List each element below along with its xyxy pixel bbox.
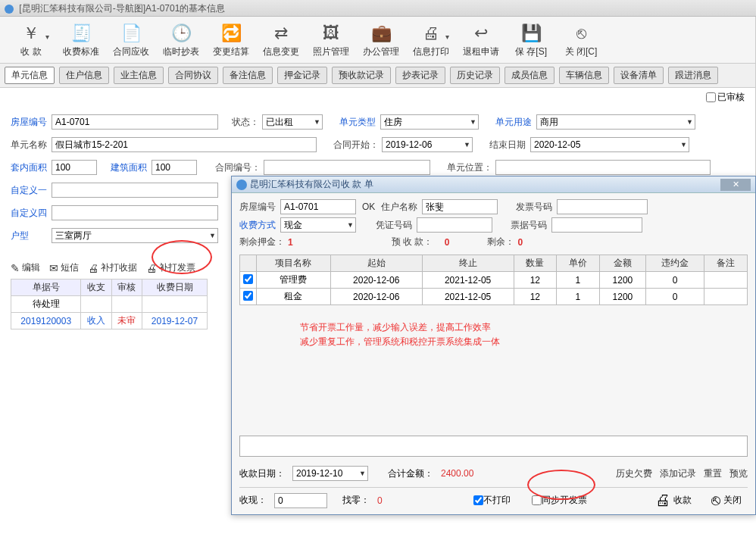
chevron-down-icon: ▼ (680, 141, 687, 148)
th-start[interactable]: 起始 (330, 255, 422, 272)
row-checkbox[interactable] (243, 291, 253, 301)
d-voucher-input[interactable] (417, 217, 492, 233)
table-row[interactable]: 2019120003 收入 未审 2019-12-07 (11, 313, 208, 329)
edit-button[interactable]: ✎编辑 (11, 261, 40, 274)
th-qty[interactable]: 数量 (514, 255, 557, 272)
preview-link[interactable]: 预览 (729, 467, 748, 480)
d-pay-method-combo[interactable]: 现金▼ (280, 217, 356, 233)
contract-no-input[interactable] (264, 160, 430, 175)
dialog-close-button[interactable]: ✕ (720, 179, 751, 191)
audited-checkbox[interactable] (706, 92, 716, 102)
chevron-down-icon: ▼ (347, 221, 354, 229)
collect-button[interactable]: 🖨收款 (649, 490, 698, 511)
audited-row: 已审核 (0, 88, 756, 105)
tb-info-change[interactable]: ⇄信息变更 (256, 21, 306, 60)
dialog-title: 昆明汇笨科技有限公司收 款 单 (250, 178, 373, 191)
cust1-input[interactable] (52, 183, 218, 198)
tb-collect[interactable]: ￥▾收 款 (6, 21, 56, 60)
sync-invoice-checkbox[interactable] (532, 495, 542, 505)
d-house-no-input[interactable] (280, 199, 356, 214)
house-no-input[interactable] (52, 114, 218, 130)
d-resident-input[interactable] (422, 199, 498, 214)
contract-start-lbl: 合同开始： (333, 139, 382, 151)
rec-date-lbl: 收款日期： (239, 467, 285, 480)
tb-save[interactable]: 💾保 存[S] (506, 21, 556, 60)
tb-temp-meter[interactable]: 🕒临时抄表 (156, 21, 206, 60)
tab-resident[interactable]: 住户信息 (59, 67, 109, 84)
hist-debt-link[interactable]: 历史欠费 (616, 467, 652, 480)
tab-meter[interactable]: 抄表记录 (395, 67, 445, 84)
no-print-checkbox[interactable] (473, 495, 483, 505)
th-io[interactable]: 收支 (81, 279, 111, 296)
hx-combo[interactable]: 三室两厅▼ (52, 228, 218, 243)
change-settle-icon: 🔁 (220, 23, 242, 44)
hx-lbl: 户型 (11, 230, 52, 242)
table-row[interactable]: 管理费 2020-12-06 2021-12-05 12 1 1200 0 (240, 272, 748, 289)
th-date[interactable]: 收费日期 (142, 279, 208, 296)
tb-fee-std[interactable]: 🧾收费标准 (56, 21, 106, 60)
remark-area[interactable] (239, 436, 748, 457)
unit-type-combo[interactable]: 住房▼ (380, 114, 479, 130)
tab-member[interactable]: 成员信息 (505, 67, 555, 84)
th-check[interactable] (240, 255, 257, 272)
d-ticket-input[interactable] (551, 217, 642, 233)
reprint-receipt-button[interactable]: 🖨补打收据 (88, 261, 137, 274)
dialog-body: 房屋编号 OK 住户名称 发票号码 收费方式 现金▼ 凭证号码 票据号码 剩余押… (232, 193, 755, 514)
d-house-no-lbl: 房屋编号 (239, 201, 280, 214)
unit-pos-input[interactable] (495, 160, 711, 175)
th-amt[interactable]: 金额 (599, 255, 645, 272)
collect-dialog: 昆明汇笨科技有限公司收 款 单 ✕ 房屋编号 OK 住户名称 发票号码 收费方式… (231, 176, 756, 515)
rec-date-combo[interactable]: 2019-12-10▼ (292, 466, 368, 481)
row-checkbox[interactable] (243, 274, 253, 284)
tab-contract[interactable]: 合同协议 (168, 67, 218, 84)
pay-row: 收现： 找零： 0 不打印 同步开发票 🖨收款 ⎋关闭 (239, 487, 748, 508)
state-combo[interactable]: 已出租▼ (262, 114, 323, 130)
tab-equip[interactable]: 设备清单 (614, 67, 664, 84)
sms-button[interactable]: ✉短信 (49, 261, 79, 274)
th-item[interactable]: 项目名称 (257, 255, 331, 272)
build-area-input[interactable] (152, 160, 197, 175)
th-price[interactable]: 单价 (557, 255, 600, 272)
reprint-invoice-button[interactable]: 🖨补打发票 (146, 261, 195, 274)
th-doc-no[interactable]: 单据号 (11, 279, 81, 296)
dialog-close2-button[interactable]: ⎋关闭 (705, 490, 748, 511)
th-penalty[interactable]: 违约金 (646, 255, 704, 272)
unit-type-lbl: 单元类型 (339, 116, 380, 129)
tb-office[interactable]: 💼办公管理 (356, 21, 406, 60)
app-icon (5, 5, 14, 14)
build-area-lbl: 建筑面积 (111, 161, 152, 174)
unit-use-combo[interactable]: 商用▼ (536, 114, 695, 130)
tb-info-print[interactable]: 🖨▾信息打印 (406, 21, 456, 60)
tab-history[interactable]: 历史记录 (450, 67, 500, 84)
tb-refund[interactable]: ↩退租申请 (456, 21, 506, 60)
add-rec-link[interactable]: 添加记录 (660, 467, 696, 480)
tb-contract-ar[interactable]: 📄合同应收 (106, 21, 156, 60)
end-date-combo[interactable]: 2020-12-05▼ (530, 137, 689, 152)
tab-deposit[interactable]: 押金记录 (277, 67, 327, 84)
d-invoice-no-input[interactable] (557, 199, 648, 214)
table-row[interactable]: 租金 2020-12-06 2021-12-05 12 1 1200 0 (240, 289, 748, 305)
tb-change-settle[interactable]: 🔁变更结算 (206, 21, 256, 60)
reset-link[interactable]: 重置 (704, 467, 722, 480)
tab-prepay[interactable]: 预收款记录 (332, 67, 391, 84)
contract-start-combo[interactable]: 2019-12-06▼ (382, 137, 473, 152)
tab-remark[interactable]: 备注信息 (223, 67, 273, 84)
tab-owner[interactable]: 业主信息 (114, 67, 164, 84)
tab-unit-info[interactable]: 单元信息 (5, 67, 55, 84)
tab-follow[interactable]: 跟进消息 (668, 67, 718, 84)
sync-invoice-wrap[interactable]: 同步开发票 (532, 494, 587, 507)
th-end[interactable]: 终止 (422, 255, 514, 272)
tb-close[interactable]: ⎋关 闭[C] (556, 21, 606, 60)
received-input[interactable] (274, 493, 327, 508)
inside-area-input[interactable] (52, 160, 97, 175)
cust4-input[interactable] (52, 205, 218, 220)
table-row-pending[interactable]: 待处理 (11, 296, 208, 313)
th-remark[interactable]: 备注 (704, 255, 748, 272)
no-print-wrap[interactable]: 不打印 (473, 494, 511, 507)
save-icon: 💾 (520, 23, 542, 44)
tb-photo[interactable]: 🖼照片管理 (306, 21, 356, 60)
th-audit[interactable]: 审核 (111, 279, 142, 296)
tab-vehicle[interactable]: 车辆信息 (559, 67, 609, 84)
totals-row: 收款日期： 2019-12-10▼ 合计金额： 2400.00 历史欠费 添加记… (239, 463, 748, 484)
unit-name-input[interactable] (52, 137, 317, 152)
